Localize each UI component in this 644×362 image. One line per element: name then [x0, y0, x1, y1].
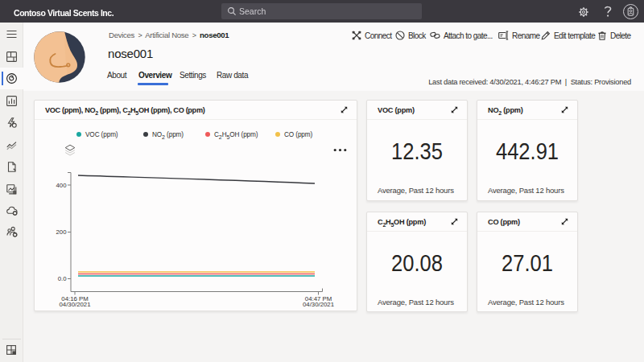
svg-text:0.0: 0.0: [58, 275, 68, 282]
svg-text:04/30/2021: 04/30/2021: [303, 301, 334, 308]
svg-text:400: 400: [56, 182, 67, 189]
svg-text:200: 200: [56, 228, 67, 236]
svg-text:04/30/2021: 04/30/2021: [59, 301, 90, 308]
